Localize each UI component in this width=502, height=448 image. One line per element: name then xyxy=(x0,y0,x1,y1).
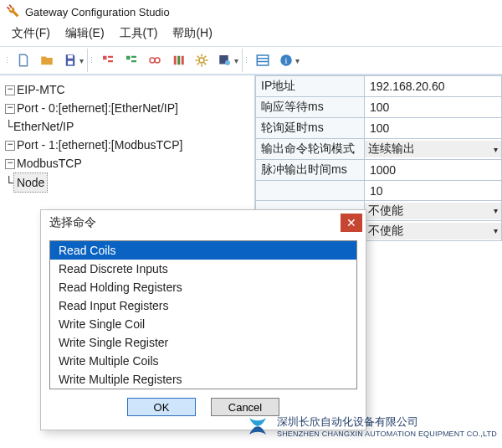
command-list-item[interactable]: Read Input Registers xyxy=(50,296,356,315)
watermark-text-en: SHENZHEN CHANGXIN AUTOMATION EQUIPMENT C… xyxy=(277,428,497,440)
dialog-title: 选择命令 xyxy=(49,215,96,230)
svg-rect-4 xyxy=(108,60,113,62)
tree-node-selected[interactable]: Node xyxy=(13,173,48,193)
chevron-down-icon: ▾ xyxy=(494,206,498,215)
prop-value-extra[interactable]: 不使能▾ xyxy=(365,203,501,219)
svg-point-8 xyxy=(150,58,155,63)
close-icon: ✕ xyxy=(346,216,356,229)
prop-value-respwait[interactable]: 100 xyxy=(365,97,502,118)
select-command-dialog: 选择命令 ✕ Read CoilsRead Discrete InputsRea… xyxy=(40,209,366,430)
tree-port1-child[interactable]: ModbusTCP xyxy=(17,157,82,170)
command-list-item[interactable]: Read Holding Registers xyxy=(50,278,356,296)
svg-rect-1 xyxy=(68,61,73,65)
tool-gear-button[interactable] xyxy=(190,49,213,72)
tree-port1[interactable]: Port - 1:[ethernet]:[ModbusTCP] xyxy=(17,138,182,152)
svg-rect-16 xyxy=(257,55,269,65)
svg-rect-11 xyxy=(177,56,180,65)
chevron-down-icon: ▾ xyxy=(494,226,498,235)
chevron-down-icon[interactable]: ▾ xyxy=(79,56,84,65)
toolbar: ⋮ ▾ ⋮ ▾ ⋮ i ▾ xyxy=(0,46,502,75)
svg-point-15 xyxy=(225,60,230,65)
menubar: 文件(F) 编辑(E) 工具(T) 帮助(H) xyxy=(0,23,502,46)
prop-value-outputmode[interactable]: 连续输出▾ xyxy=(365,141,501,157)
chevron-down-icon[interactable]: ▾ xyxy=(234,56,238,65)
window-title: Gateway Configuration Studio xyxy=(25,6,170,18)
company-logo-icon xyxy=(243,412,272,443)
save-button[interactable] xyxy=(59,49,82,72)
app-icon xyxy=(5,3,20,21)
watermark-text-zh: 深圳长欣自动化设备有限公司 xyxy=(277,415,497,428)
command-list-item[interactable]: Write Multiple Coils xyxy=(50,352,356,370)
new-file-button[interactable] xyxy=(12,49,35,72)
prop-value-polldelay[interactable]: 100 xyxy=(365,118,502,139)
svg-text:i: i xyxy=(285,56,288,65)
collapse-icon[interactable] xyxy=(5,104,15,114)
prop-value-ip[interactable]: 192.168.20.60 xyxy=(365,76,502,97)
open-file-button[interactable] xyxy=(35,49,59,72)
svg-rect-3 xyxy=(108,56,113,58)
ok-button[interactable]: OK xyxy=(127,398,196,416)
window-titlebar: Gateway Configuration Studio xyxy=(0,0,502,23)
command-list[interactable]: Read CoilsRead Discrete InputsRead Holdi… xyxy=(49,240,357,389)
tree-port0-child[interactable]: EtherNet/IP xyxy=(13,120,74,133)
prop-label: 轮询延时ms xyxy=(256,118,365,139)
device-tree[interactable]: EIP-MTC Port - 0:[ethernet]:[EtherNet/IP… xyxy=(5,80,249,193)
collapse-icon[interactable] xyxy=(5,85,15,95)
svg-point-9 xyxy=(155,58,160,63)
close-button[interactable]: ✕ xyxy=(341,214,362,232)
chevron-down-icon: ▾ xyxy=(494,145,498,154)
command-list-item[interactable]: Write Single Register xyxy=(50,333,356,352)
command-list-item[interactable]: Write Single Coil xyxy=(50,315,356,333)
prop-label-hidden xyxy=(256,181,365,201)
prop-label: 输出命令轮询模式 xyxy=(256,139,365,160)
command-list-item[interactable]: Read Coils xyxy=(50,241,356,260)
watermark: 深圳长欣自动化设备有限公司 SHENZHEN CHANGXIN AUTOMATI… xyxy=(243,412,497,443)
tool-red-button[interactable] xyxy=(96,49,120,72)
tree-root[interactable]: EIP-MTC xyxy=(17,83,65,96)
svg-rect-6 xyxy=(131,56,136,58)
tool-green-button[interactable] xyxy=(120,49,143,72)
prop-label: 响应等待ms xyxy=(256,97,365,118)
svg-rect-5 xyxy=(126,56,131,60)
command-list-item[interactable]: Write Multiple Registers xyxy=(50,370,356,389)
svg-rect-2 xyxy=(103,56,107,60)
svg-rect-12 xyxy=(182,56,184,65)
prop-label: IP地址 xyxy=(256,76,365,97)
list-panel-button[interactable] xyxy=(251,49,274,72)
collapse-icon[interactable] xyxy=(5,141,15,151)
svg-rect-0 xyxy=(68,55,73,59)
collapse-icon[interactable] xyxy=(5,159,15,169)
prop-value-extra[interactable]: 10 xyxy=(365,181,502,201)
command-list-item[interactable]: Read Discrete Inputs xyxy=(50,260,356,278)
info-button[interactable]: i xyxy=(274,49,298,72)
svg-point-13 xyxy=(199,58,204,63)
tool-bars-button[interactable] xyxy=(166,49,190,72)
menu-help[interactable]: 帮助(H) xyxy=(172,26,212,41)
tool-settings-button[interactable] xyxy=(213,49,237,72)
prop-label: 脉冲输出时间ms xyxy=(256,160,365,181)
menu-file[interactable]: 文件(F) xyxy=(12,26,50,41)
prop-value-extra[interactable]: 不使能▾ xyxy=(365,223,501,239)
tree-port0[interactable]: Port - 0:[ethernet]:[EtherNet/IP] xyxy=(17,101,178,115)
menu-edit[interactable]: 编辑(E) xyxy=(65,26,105,41)
menu-tools[interactable]: 工具(T) xyxy=(120,26,158,41)
tool-link-button[interactable] xyxy=(143,49,166,72)
svg-rect-7 xyxy=(131,60,136,62)
svg-rect-10 xyxy=(174,56,177,65)
chevron-down-icon[interactable]: ▾ xyxy=(295,56,300,65)
prop-value-pulsetime[interactable]: 1000 xyxy=(365,160,502,181)
